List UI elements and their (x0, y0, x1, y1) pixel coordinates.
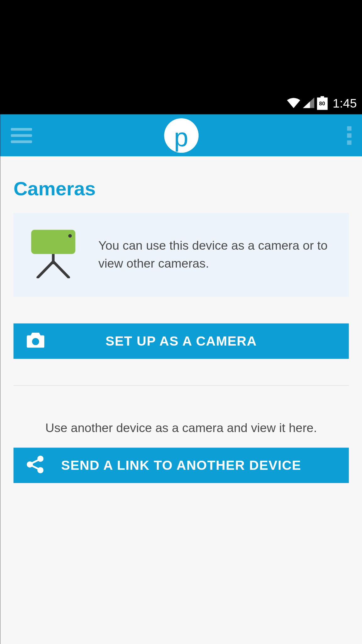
logo-letter: p (174, 122, 188, 152)
status-time: 1:45 (332, 97, 357, 111)
setup-camera-button[interactable]: SET UP AS A CAMERA (13, 324, 348, 359)
battery-icon: 80 (317, 97, 327, 110)
app-logo: p (164, 118, 198, 153)
page-title: Cameras (0, 156, 362, 213)
svg-line-9 (32, 460, 38, 463)
signal-icon (303, 97, 314, 110)
app-bar: p (0, 114, 362, 156)
svg-line-10 (32, 466, 38, 469)
phone-screen: 80 1:45 p Cameras (0, 93, 362, 644)
send-link-button[interactable]: SEND A LINK TO ANOTHER DEVICE (13, 448, 348, 483)
content-area: Cameras You can use this device as a cam… (0, 156, 362, 644)
send-link-label: SEND A LINK TO ANOTHER DEVICE (13, 458, 348, 473)
helper-text: Use another device as a camera and view … (13, 421, 348, 435)
share-icon (27, 456, 43, 475)
wifi-icon (287, 97, 300, 110)
battery-level: 80 (319, 101, 325, 107)
info-text: You can use this device as a camera or t… (98, 237, 335, 273)
setup-camera-label: SET UP AS A CAMERA (13, 334, 348, 349)
camera-tripod-icon (27, 230, 80, 280)
svg-line-3 (38, 262, 53, 278)
svg-line-4 (53, 262, 69, 278)
svg-rect-0 (31, 230, 75, 254)
overflow-menu-icon[interactable] (347, 126, 351, 145)
divider (13, 385, 348, 386)
hamburger-menu-icon[interactable] (11, 128, 32, 143)
camera-icon (27, 333, 44, 349)
status-bar: 80 1:45 (0, 93, 362, 114)
info-card: You can use this device as a camera or t… (13, 213, 348, 297)
